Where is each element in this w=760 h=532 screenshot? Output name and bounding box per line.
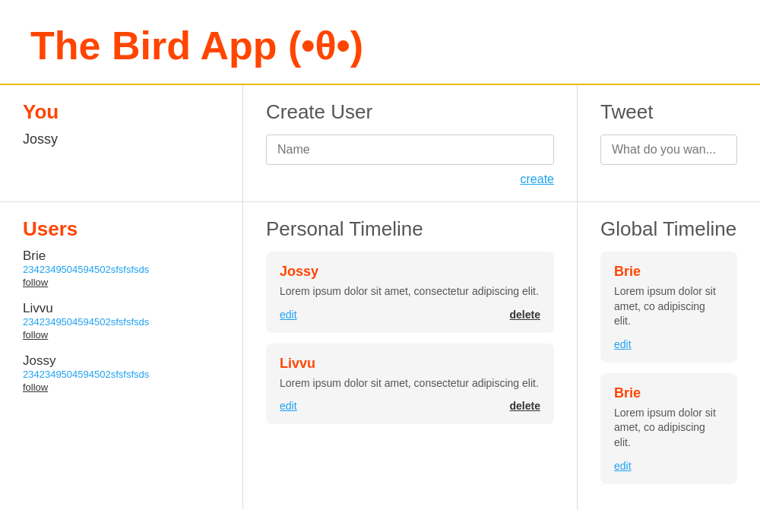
- follow-link[interactable]: follow: [23, 277, 48, 288]
- users-heading: Users: [23, 217, 220, 241]
- tweet-input[interactable]: [600, 135, 737, 165]
- card-actions: edit: [614, 460, 724, 472]
- edit-link[interactable]: edit: [280, 309, 297, 321]
- tweet-card: Jossy Lorem ipsum dolor sit amet, consec…: [266, 252, 554, 333]
- edit-link[interactable]: edit: [614, 338, 632, 350]
- tweet-card: Livvu Lorem ipsum dolor sit amet, consec…: [266, 344, 554, 425]
- user-name: Livvu: [23, 301, 220, 316]
- global-timeline-list: Brie Lorem ipsum dolor sit amet, co adip…: [600, 252, 737, 484]
- app-header: The Bird App (•θ•): [0, 0, 760, 85]
- bottom-row: Users Brie 2342349504594502sfsfsfsds fol…: [0, 202, 760, 510]
- create-user-input[interactable]: [266, 135, 554, 165]
- card-actions: edit: [614, 338, 724, 350]
- create-user-heading: Create User: [266, 100, 554, 124]
- personal-timeline-column: Personal Timeline Jossy Lorem ipsum dolo…: [243, 202, 578, 510]
- you-heading: You: [23, 100, 220, 124]
- tweet-card: Brie Lorem ipsum dolor sit amet, co adip…: [600, 252, 737, 363]
- user-id: 2342349504594502sfsfsfsds: [23, 369, 220, 380]
- you-column: You Jossy: [0, 85, 243, 201]
- edit-link[interactable]: edit: [614, 460, 632, 472]
- list-item: Brie 2342349504594502sfsfsfsds follow: [23, 249, 220, 289]
- tweet-heading: Tweet: [600, 100, 737, 124]
- tweet-author: Brie: [614, 264, 724, 280]
- card-actions: edit delete: [280, 309, 540, 321]
- users-column: Users Brie 2342349504594502sfsfsfsds fol…: [0, 202, 243, 510]
- tweet-author: Jossy: [280, 264, 540, 280]
- delete-link[interactable]: delete: [510, 309, 540, 321]
- tweet-text: Lorem ipsum dolor sit amet, consectetur …: [280, 376, 540, 391]
- user-id: 2342349504594502sfsfsfsds: [23, 316, 220, 328]
- user-id: 2342349504594502sfsfsfsds: [23, 264, 220, 275]
- create-user-column: Create User create: [243, 85, 578, 201]
- tweet-author: Brie: [614, 385, 724, 401]
- personal-timeline-list: Jossy Lorem ipsum dolor sit amet, consec…: [266, 252, 554, 424]
- list-item: Jossy 2342349504594502sfsfsfsds follow: [23, 353, 220, 394]
- app-title: The Bird App (•θ•): [30, 23, 730, 68]
- card-actions: edit delete: [280, 400, 540, 412]
- list-item: Livvu 2342349504594502sfsfsfsds follow: [23, 301, 220, 341]
- current-username: Jossy: [23, 131, 220, 147]
- tweet-text: Lorem ipsum dolor sit amet, co adipiscin…: [614, 406, 724, 451]
- follow-link[interactable]: follow: [23, 329, 48, 340]
- tweet-text: Lorem ipsum dolor sit amet, co adipiscin…: [614, 284, 724, 329]
- follow-link[interactable]: follow: [23, 382, 48, 393]
- user-name: Jossy: [23, 353, 220, 369]
- tweet-text: Lorem ipsum dolor sit amet, consectetur …: [280, 284, 540, 299]
- global-timeline-column: Global Timeline Brie Lorem ipsum dolor s…: [578, 202, 760, 510]
- create-link[interactable]: create: [266, 173, 554, 186]
- tweet-column: Tweet: [578, 85, 760, 201]
- global-timeline-heading: Global Timeline: [600, 217, 737, 241]
- user-name: Brie: [23, 249, 220, 264]
- tweet-author: Livvu: [280, 356, 540, 372]
- users-list: Brie 2342349504594502sfsfsfsds follow Li…: [23, 249, 220, 394]
- top-row: You Jossy Create User create Tweet: [0, 85, 760, 202]
- edit-link[interactable]: edit: [280, 400, 297, 412]
- delete-link[interactable]: delete: [510, 400, 540, 412]
- personal-timeline-heading: Personal Timeline: [266, 217, 554, 241]
- tweet-card: Brie Lorem ipsum dolor sit amet, co adip…: [600, 373, 737, 484]
